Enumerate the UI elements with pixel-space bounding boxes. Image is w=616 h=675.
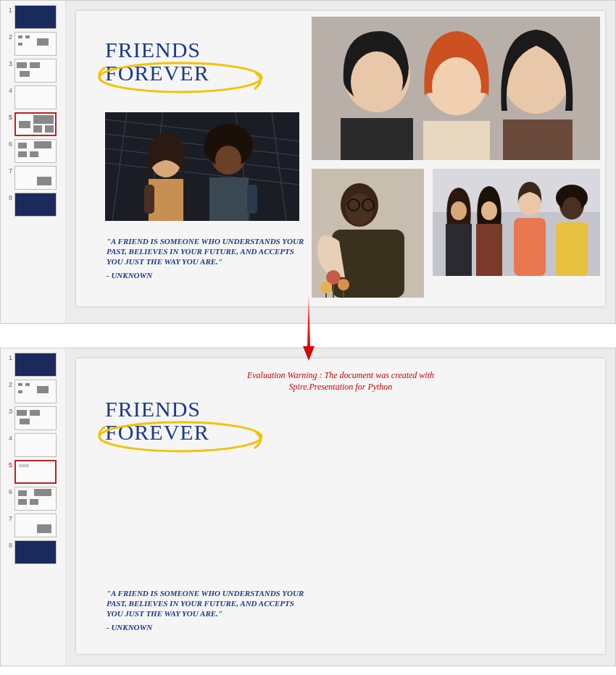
- thumb-number: 1: [4, 353, 12, 361]
- thumb-number: 2: [4, 380, 12, 388]
- slide-thumb-5[interactable]: [14, 112, 57, 136]
- thumb-number: 6: [4, 487, 12, 495]
- slide-area-before: FRIENDS FOREVER: [66, 1, 615, 323]
- slide-thumb-1[interactable]: [14, 5, 57, 29]
- thumb-number: 4: [4, 433, 12, 442]
- thumb-row: 2: [4, 380, 62, 403]
- slide-thumb-2[interactable]: [14, 32, 57, 56]
- oval-highlight-icon: [95, 59, 266, 96]
- thumb-row: 7: [4, 166, 62, 190]
- thumb-number: 1: [4, 5, 12, 14]
- thumb-number: 8: [4, 193, 12, 201]
- slide-thumb-1[interactable]: [14, 353, 57, 377]
- quote-block: "A FRIEND IS SOMEONE WHO UNDERSTANDS YOU…: [107, 237, 309, 281]
- slide-thumb-3[interactable]: [14, 59, 57, 83]
- thumb-number: 4: [4, 85, 12, 94]
- slide-after: Evaluation Warning : The document was cr…: [76, 359, 605, 654]
- slide-area-after: Evaluation Warning : The document was cr…: [66, 348, 615, 666]
- svg-rect-51: [556, 222, 588, 276]
- svg-point-44: [481, 201, 497, 220]
- quote-block: "A FRIEND IS SOMEONE WHO UNDERSTANDS YOU…: [107, 589, 309, 633]
- thumb-number: 7: [4, 513, 12, 522]
- thumb-row: 4: [4, 85, 62, 109]
- svg-rect-4: [341, 118, 413, 160]
- warning-line2: Spire.Presentation for Python: [76, 382, 605, 393]
- slide-thumb-6[interactable]: [14, 487, 57, 511]
- thumb-number: 7: [4, 166, 12, 175]
- photo-three-friends: [312, 17, 600, 160]
- svg-point-37: [320, 282, 332, 293]
- svg-rect-6: [446, 35, 467, 57]
- svg-rect-28: [247, 185, 257, 214]
- thumb-row: 6: [4, 139, 62, 163]
- svg-point-50: [562, 197, 581, 219]
- thumb-number: 6: [4, 139, 12, 148]
- before-panel: 1 2 3 4 5 6 7 8 FRIENDS FOREVER: [0, 0, 616, 324]
- quote-attrib: - UNKNOWN: [107, 623, 309, 633]
- svg-point-36: [338, 279, 349, 290]
- svg-point-52: [99, 422, 262, 451]
- oval-highlight-icon: [95, 418, 266, 456]
- svg-point-7: [432, 57, 481, 115]
- quote-attrib: - UNKNOWN: [107, 271, 309, 281]
- slide-thumb-8[interactable]: [14, 193, 57, 217]
- slide-thumb-5[interactable]: [14, 460, 57, 484]
- thumb-row: 3: [4, 59, 62, 83]
- title-line1: FRIENDS: [105, 398, 209, 421]
- arrow-down-icon: [303, 295, 315, 361]
- slide-thumb-8[interactable]: [14, 540, 57, 564]
- slide-thumb-6[interactable]: [14, 139, 57, 163]
- after-panel: 1 2 3 4 5 6 7 8 Evaluation Warning : The…: [0, 348, 616, 666]
- slide-thumb-4[interactable]: [14, 85, 57, 109]
- slide-thumb-3[interactable]: [14, 406, 57, 430]
- title-line1: FRIENDS: [105, 38, 209, 62]
- thumb-row: 7: [4, 513, 62, 537]
- slide-thumb-4[interactable]: [14, 433, 57, 457]
- thumb-number: 5: [4, 112, 12, 121]
- thumb-number: 3: [4, 406, 12, 415]
- quote-text: "A FRIEND IS SOMEONE WHO UNDERSTANDS YOU…: [107, 589, 309, 619]
- svg-rect-45: [476, 224, 502, 276]
- thumb-number: 8: [4, 540, 12, 549]
- thumb-row: 2: [4, 32, 62, 56]
- svg-point-10: [512, 56, 561, 114]
- thumb-row: 8: [4, 193, 62, 217]
- svg-point-0: [99, 63, 262, 92]
- thumbnail-strip-after: 1 2 3 4 5 6 7 8: [1, 348, 66, 666]
- thumb-row: 5: [4, 112, 62, 136]
- thumb-number: 2: [4, 32, 12, 41]
- svg-rect-11: [503, 120, 573, 160]
- thumb-row: 8: [4, 540, 62, 564]
- thumb-row: 3: [4, 406, 62, 430]
- thumbnail-strip-before: 1 2 3 4 5 6 7 8: [1, 1, 66, 323]
- quote-text: "A FRIEND IS SOMEONE WHO UNDERSTANDS YOU…: [107, 237, 309, 267]
- thumb-number: 5: [4, 460, 12, 469]
- warning-line1: Evaluation Warning : The document was cr…: [76, 370, 605, 382]
- title-block: FRIENDS FOREVER: [105, 38, 209, 84]
- thumb-row: 1: [4, 353, 62, 377]
- title-block: FRIENDS FOREVER: [105, 398, 209, 443]
- svg-rect-8: [423, 121, 490, 160]
- slide-thumb-2[interactable]: [14, 380, 57, 403]
- thumb-row: 4: [4, 433, 62, 457]
- svg-point-41: [451, 201, 467, 220]
- svg-point-26: [215, 146, 241, 175]
- svg-rect-42: [446, 224, 472, 276]
- svg-rect-27: [209, 177, 249, 221]
- thumb-row: 6: [4, 487, 62, 511]
- thumb-row: 5: [4, 460, 62, 484]
- slide-before: FRIENDS FOREVER: [76, 11, 605, 306]
- photo-two-friends-escalator: [105, 112, 299, 221]
- thumb-number: 3: [4, 59, 12, 67]
- photo-group-outdoor: [433, 169, 600, 276]
- thumb-row: 1: [4, 5, 62, 29]
- svg-point-3: [351, 51, 403, 112]
- slide-thumb-7[interactable]: [14, 166, 57, 190]
- evaluation-warning: Evaluation Warning : The document was cr…: [76, 370, 605, 393]
- photo-hug: [312, 169, 424, 298]
- svg-rect-47: [514, 218, 546, 276]
- svg-rect-23: [144, 185, 154, 214]
- slide-thumb-7[interactable]: [14, 513, 57, 537]
